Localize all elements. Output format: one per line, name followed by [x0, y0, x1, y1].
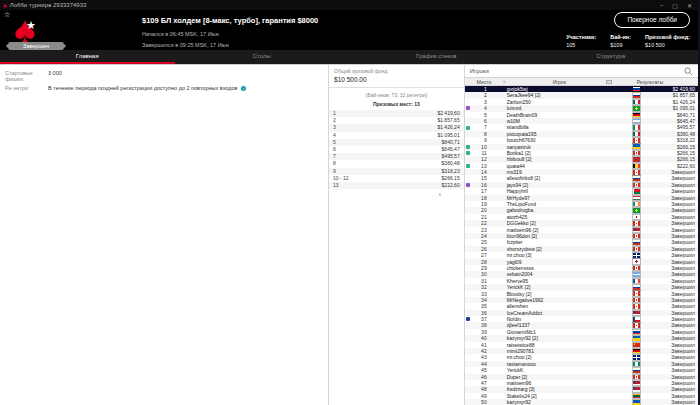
players-header: Игроки [465, 65, 698, 78]
tab-main[interactable]: Главная [0, 50, 175, 64]
info-value: 3 000 [48, 70, 328, 82]
prize-amount: $645,47 [442, 146, 460, 153]
player-place: 50 [470, 399, 487, 405]
prize-row: 6 $645,47 [329, 146, 464, 153]
prize-amount: $2 419,60 [437, 110, 459, 117]
country-flag-icon [633, 336, 640, 341]
info-label: Стартовые фишки: [5, 70, 48, 82]
prize-amount: $318,23 [442, 168, 460, 175]
prize-row: 8 $380,48 [329, 160, 464, 167]
prize-place: 7 [333, 153, 442, 160]
chevron-up-icon[interactable]: ∧ [329, 191, 464, 197]
country-flag-icon [633, 151, 640, 156]
close-button[interactable]: ✕ [687, 2, 692, 9]
prize-amount: $1 857,65 [437, 117, 459, 124]
app-spade-icon: ♠ [3, 2, 7, 9]
stat-label: Призовой фонд: [645, 34, 690, 40]
prize-place: 3 [333, 124, 437, 131]
prize-row: 7 $495,57 [329, 153, 464, 160]
players-column-headers: Место ∧ Игрок Результаты [465, 78, 698, 86]
country-flag-icon [633, 113, 640, 118]
column-player[interactable]: Игрок [553, 78, 566, 86]
country-flag-icon [633, 132, 640, 137]
prize-row: 3 $1 426,24 [329, 124, 464, 131]
window-titlebar: ♠ Лобби турнира 2933374933 – ▢ ✕ [0, 0, 698, 10]
country-flag-icon [633, 323, 640, 328]
country-flag-icon [633, 381, 640, 386]
country-flag-icon [633, 215, 640, 220]
country-flag-icon [633, 100, 640, 105]
country-flag-icon [633, 400, 640, 405]
tournament-info-panel: Стартовые фишки: 3 000 Ре-энтри: В течен… [0, 65, 329, 405]
stat-value: $109 [610, 42, 631, 48]
tournament-header: ☆ ♠ ★ Завершен $109 БЛ холдем [8-макс, т… [0, 10, 698, 50]
prize-amount: $1 095,01 [437, 132, 459, 139]
country-flag-icon [633, 279, 640, 284]
star-icon: ★ [26, 19, 36, 32]
tournament-title: $109 БЛ холдем [8-макс, турбо], гарантия… [142, 16, 318, 25]
country-flag-icon [633, 362, 640, 367]
prize-amount: $495,57 [442, 153, 460, 160]
prize-place: 13 [333, 182, 442, 189]
prize-amount: $380,48 [442, 160, 460, 167]
tab-tables[interactable]: Столы [175, 50, 350, 64]
info-icon[interactable]: i [241, 86, 246, 91]
info-value: В течение периода поздней регистрации до… [48, 85, 328, 91]
tab-bar: ГлавнаяСтолыГрафик стековСтруктура [0, 50, 698, 64]
prize-row: 5 $840,71 [329, 139, 464, 146]
country-flag-icon [633, 240, 640, 245]
prize-row: 10 - 12 $266,15 [329, 175, 464, 182]
sort-ascending-icon[interactable]: ∧ [503, 78, 506, 86]
players-panel: Игроки Место ∧ Игрок Результаты 1 gvrjok… [465, 65, 698, 405]
players-list: 1 gvrjok5wj $2 419,60 2 SeraJkee94 [2] $… [465, 86, 698, 405]
country-flag-icon [633, 125, 640, 130]
column-place[interactable]: Место [477, 78, 492, 86]
prize-place: 5 [333, 139, 442, 146]
country-flag-icon [633, 196, 640, 201]
country-flag-icon [633, 247, 640, 252]
column-results[interactable]: Результаты [637, 78, 663, 86]
player-row[interactable]: 50 kazymyr92 Завершил [465, 399, 698, 405]
info-row: Ре-энтри: В течение периода поздней реги… [0, 83, 328, 92]
country-flag-icon [633, 138, 640, 143]
country-flag-icon [633, 355, 640, 360]
country-flag-icon [633, 202, 640, 207]
prize-place: 9 [333, 168, 442, 175]
country-flag-icon [633, 119, 640, 124]
country-flag-icon [633, 208, 640, 213]
country-flag-icon [633, 189, 640, 194]
header-stat: Призовой фонд: $10 500 [645, 34, 690, 48]
maximize-button[interactable]: ▢ [672, 2, 678, 9]
tab-stack-graph[interactable]: График стеков [349, 50, 524, 64]
country-flag-icon [633, 164, 640, 169]
country-flag-icon [633, 291, 640, 296]
country-flag-icon [633, 106, 640, 111]
prize-place: 2 [333, 117, 437, 124]
window-title: Лобби турнира 2933374933 [10, 2, 660, 8]
country-flag-icon [633, 272, 640, 277]
players-title: Игроки [470, 68, 489, 74]
country-flag-icon [633, 170, 640, 175]
prize-place: 4 [333, 132, 437, 139]
minimize-button[interactable]: – [660, 2, 663, 9]
country-flag-icon [633, 298, 640, 303]
buyins-summary: (Бай-инов: 73; 32 реэнтри) [329, 92, 464, 98]
end-time: Завершился в 09:25 MSK, 17 Июн [142, 42, 229, 48]
prize-pool-box: Общий призовой фонд $10 500.00 [329, 65, 464, 88]
favorite-star-icon[interactable]: ☆ [4, 11, 10, 19]
country-flag-icon [633, 253, 640, 258]
country-flag-icon [633, 387, 640, 392]
tab-structure[interactable]: Структура [524, 50, 699, 64]
poker-lobby-button[interactable]: Покерное лобби [614, 12, 690, 28]
country-flag-icon [633, 375, 640, 380]
country-flag-icon [633, 349, 640, 354]
search-icon[interactable] [684, 67, 693, 76]
country-flag-icon [633, 221, 640, 226]
country-flag-icon [633, 176, 640, 181]
country-flag-icon [633, 183, 640, 188]
flag-column-icon[interactable] [606, 80, 612, 84]
prize-amount: $840,71 [442, 139, 460, 146]
prize-panel: Общий призовой фонд $10 500.00 (Бай-инов… [329, 65, 465, 405]
country-flag-icon [633, 157, 640, 162]
prize-table: 1 $2 419,60 2 $1 857,65 3 $1 426,24 4 $1… [329, 110, 464, 189]
